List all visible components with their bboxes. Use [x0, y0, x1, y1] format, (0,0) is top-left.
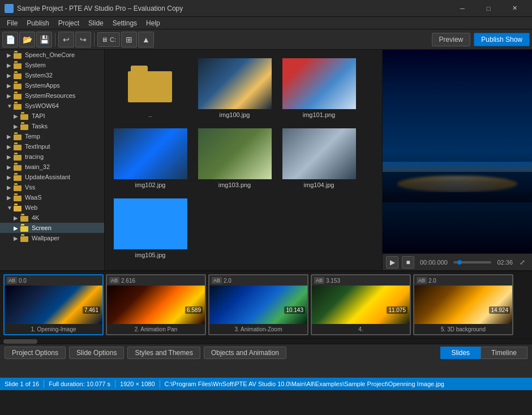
toolbar-right: Preview Publish Show: [432, 33, 530, 46]
menu-project[interactable]: Project: [54, 18, 84, 28]
redo-button[interactable]: ↪: [75, 32, 91, 47]
file-item-img105[interactable]: img105.jpg: [109, 194, 191, 262]
slide-ab-num: 0.0: [19, 278, 27, 284]
slide-ab-num: 2.0: [224, 278, 231, 284]
slide-thumb-5[interactable]: AB 2.0 14.924 5. 3D background: [413, 274, 513, 335]
menu-file[interactable]: File: [2, 18, 22, 28]
menu-slide[interactable]: Slide: [84, 18, 108, 28]
slide-scrollbar-thumb[interactable]: [3, 339, 37, 344]
drive-selector[interactable]: 🖥 C:: [97, 32, 120, 47]
objects-animation-button[interactable]: Objects and Animation: [204, 347, 286, 359]
slide-thumb-3[interactable]: AB 2.0 10.143 3. Animation-Zoom: [208, 274, 308, 335]
slide-label: 1. Opening-Image: [5, 324, 102, 334]
file-item-img101[interactable]: img101.png: [278, 54, 360, 122]
sidebar-item-system[interactable]: ▶ System: [0, 60, 104, 70]
slide-time: 14.924: [489, 306, 510, 314]
publish-button[interactable]: Publish Show: [474, 33, 530, 46]
view-button[interactable]: ⊞: [121, 32, 137, 47]
sidebar-label: Speech_OneCore: [25, 51, 75, 58]
sidebar-item-screen[interactable]: ▶ Screen: [0, 223, 104, 233]
stop-button[interactable]: ■: [402, 256, 414, 269]
sidebar-item-vss[interactable]: ▶ Vss: [0, 182, 104, 192]
undo-button[interactable]: ↩: [58, 32, 74, 47]
sidebar-item-web[interactable]: ▼ Web: [0, 202, 104, 213]
slide-scrollbar[interactable]: [0, 338, 532, 344]
slide-label: 3. Animation-Zoom: [209, 324, 307, 334]
sidebar-item-speech[interactable]: ▶ Speech_OneCore: [0, 50, 104, 60]
timeline-thumb[interactable]: [457, 260, 462, 265]
project-options-button[interactable]: Project Options: [5, 347, 66, 359]
slide-top-bar: AB 2.0: [209, 275, 307, 286]
sidebar-item-system32[interactable]: ▶ System32: [0, 70, 104, 80]
styles-themes-button[interactable]: Styles and Themes: [127, 347, 200, 359]
save-button[interactable]: 💾: [36, 32, 52, 47]
toolbar: 📄 📂 💾 ↩ ↪ 🖥 C: ⊞ ▲ Preview Publish Show: [0, 29, 532, 50]
sidebar-item-tasks[interactable]: ▶ Tasks: [0, 121, 104, 131]
status-separator-2: [115, 380, 115, 388]
preview-panel: ▶ ■ 00:00.000 02:36 ⤢: [382, 50, 532, 270]
file-thumbnail: [282, 58, 356, 109]
sidebar-item-systemapps[interactable]: ▶ SystemApps: [0, 80, 104, 90]
file-browser[interactable]: .. img100.jpg img101.png img102.jpg img1…: [105, 50, 382, 270]
sidebar-item-temp[interactable]: ▶ Temp: [0, 131, 104, 141]
sidebar-item-textinput[interactable]: ▶ TextInput: [0, 141, 104, 152]
play-button[interactable]: ▶: [386, 256, 398, 269]
slide-strip[interactable]: AB 0.0 7.461 1. Opening-Image AB 2.616 6…: [0, 270, 532, 338]
file-item-parent[interactable]: ..: [109, 54, 191, 122]
expand-button[interactable]: ⤢: [516, 256, 529, 269]
slide-thumb-1[interactable]: AB 0.0 7.461 1. Opening-Image: [3, 274, 104, 335]
slide-ab: AB: [7, 277, 17, 284]
sidebar-item-wallpaper[interactable]: ▶ Wallpaper: [0, 233, 104, 243]
sidebar-item-waas[interactable]: ▶ WaaS: [0, 192, 104, 202]
sidebar-item-4k[interactable]: ▶ 4K: [0, 213, 104, 223]
slide-thumb-4[interactable]: AB 3.153 11.075 4.: [311, 274, 411, 335]
sidebar-tree[interactable]: ▶ Speech_OneCore ▶ System ▶ System32: [0, 50, 105, 270]
file-thumbnail: [198, 58, 272, 109]
slide-ab-num: 3.153: [326, 278, 340, 284]
slide-top-bar: AB 2.0: [414, 275, 512, 286]
toolbar-separator-2: [94, 33, 95, 46]
slide-ab-num: 2.616: [121, 278, 135, 284]
bottom-bar: Project Options Slide Options Styles and…: [0, 344, 532, 378]
timeline-slider[interactable]: [453, 261, 492, 263]
maximize-button[interactable]: □: [475, 0, 501, 17]
tab-slides[interactable]: Slides: [440, 347, 480, 359]
nav-up-button[interactable]: ▲: [138, 32, 154, 47]
preview-button[interactable]: Preview: [432, 33, 471, 46]
file-label: img102.jpg: [135, 181, 166, 188]
menu-settings[interactable]: Settings: [108, 18, 141, 28]
menu-help[interactable]: Help: [141, 18, 165, 28]
slide-count: Slide 1 of 16: [5, 381, 39, 387]
open-button[interactable]: 📂: [19, 32, 35, 47]
slide-ab: AB: [109, 277, 119, 284]
preview-image: [383, 50, 532, 253]
slide-top-bar: AB 3.153: [312, 275, 410, 286]
sidebar-item-tracing[interactable]: ▶ tracing: [0, 152, 104, 162]
sidebar-item-systemresources[interactable]: ▶ SystemResources: [0, 90, 104, 101]
file-item-img102[interactable]: img102.jpg: [109, 124, 191, 192]
file-thumbnail: [114, 128, 187, 179]
sidebar-item-tapi[interactable]: ▶ TAPI: [0, 111, 104, 121]
view-tabs: Slides Timeline: [440, 347, 527, 359]
toolbar-separator-1: [55, 33, 55, 46]
menu-publish[interactable]: Publish: [22, 18, 53, 28]
file-item-img104[interactable]: img104.jpg: [278, 124, 360, 192]
tab-timeline[interactable]: Timeline: [480, 347, 527, 359]
file-item-img103[interactable]: img103.png: [194, 124, 276, 192]
status-separator: [44, 380, 44, 388]
sidebar-item-updateassistant[interactable]: ▶ UpdateAssistant: [0, 172, 104, 182]
file-item-img100[interactable]: img100.jpg: [194, 54, 276, 122]
status-bar: Slide 1 of 16 Full duration: 10.077 s 19…: [0, 378, 532, 390]
slide-thumb-2[interactable]: AB 2.616 6.589 2. Animation Pan: [106, 274, 206, 335]
new-button[interactable]: 📄: [2, 32, 18, 47]
close-button[interactable]: ✕: [501, 0, 527, 17]
slide-time: 10.143: [284, 306, 305, 314]
slide-label: 2. Animation Pan: [107, 324, 205, 334]
arrow-icon: ▶: [7, 52, 14, 58]
minimize-button[interactable]: ─: [449, 0, 475, 17]
file-label: img100.jpg: [220, 111, 250, 118]
sidebar-item-syswow64[interactable]: ▼ SysWOW64: [0, 101, 104, 111]
slide-options-button[interactable]: Slide Options: [69, 347, 124, 359]
sidebar-item-twain32[interactable]: ▶ twain_32: [0, 162, 104, 172]
menu-bar: File Publish Project Slide Settings Help: [0, 17, 532, 29]
